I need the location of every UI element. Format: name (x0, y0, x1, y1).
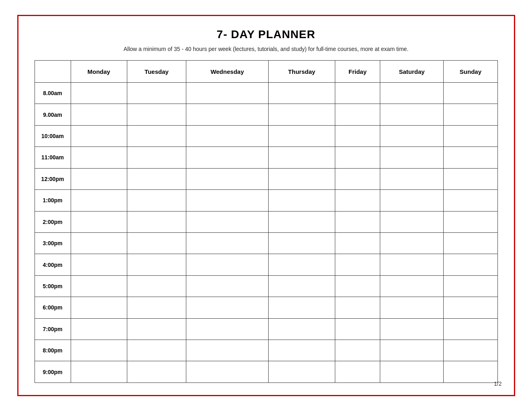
day-cell[interactable] (335, 318, 380, 340)
day-cell[interactable] (335, 340, 380, 361)
table-row: 6:00pm (35, 297, 497, 318)
day-cell[interactable] (268, 275, 335, 297)
day-cell[interactable] (380, 190, 443, 211)
day-cell[interactable] (444, 168, 497, 189)
day-cell[interactable] (71, 147, 127, 168)
day-cell[interactable] (335, 211, 380, 232)
day-cell[interactable] (186, 318, 268, 340)
day-cell[interactable] (71, 104, 127, 125)
day-cell[interactable] (335, 275, 380, 297)
day-cell[interactable] (268, 232, 335, 254)
day-cell[interactable] (127, 211, 186, 232)
day-cell[interactable] (71, 211, 127, 232)
day-cell[interactable] (380, 147, 443, 168)
day-cell[interactable] (71, 340, 127, 361)
day-cell[interactable] (127, 104, 186, 125)
day-cell[interactable] (380, 275, 443, 297)
day-cell[interactable] (268, 361, 335, 383)
day-cell[interactable] (127, 147, 186, 168)
day-cell[interactable] (186, 147, 268, 168)
day-cell[interactable] (127, 83, 186, 104)
day-cell[interactable] (268, 297, 335, 318)
day-cell[interactable] (186, 232, 268, 254)
day-cell[interactable] (186, 254, 268, 275)
day-cell[interactable] (71, 275, 127, 297)
day-cell[interactable] (380, 361, 443, 383)
day-cell[interactable] (335, 190, 380, 211)
day-cell[interactable] (444, 340, 497, 361)
day-cell[interactable] (380, 254, 443, 275)
day-cell[interactable] (71, 297, 127, 318)
day-cell[interactable] (127, 254, 186, 275)
day-cell[interactable] (127, 232, 186, 254)
day-cell[interactable] (268, 190, 335, 211)
day-cell[interactable] (186, 340, 268, 361)
day-cell[interactable] (127, 190, 186, 211)
day-cell[interactable] (127, 340, 186, 361)
day-cell[interactable] (268, 254, 335, 275)
day-cell[interactable] (186, 83, 268, 104)
day-cell[interactable] (444, 125, 497, 146)
day-cell[interactable] (380, 297, 443, 318)
day-cell[interactable] (268, 168, 335, 189)
day-cell[interactable] (380, 318, 443, 340)
day-cell[interactable] (335, 83, 380, 104)
day-cell[interactable] (444, 104, 497, 125)
day-cell[interactable] (71, 318, 127, 340)
day-cell[interactable] (444, 190, 497, 211)
day-cell[interactable] (127, 361, 186, 383)
day-cell[interactable] (71, 232, 127, 254)
day-cell[interactable] (127, 318, 186, 340)
day-cell[interactable] (186, 275, 268, 297)
day-cell[interactable] (444, 211, 497, 232)
day-cell[interactable] (335, 168, 380, 189)
day-cell[interactable] (335, 125, 380, 146)
day-cell[interactable] (380, 211, 443, 232)
day-cell[interactable] (186, 361, 268, 383)
day-cell[interactable] (186, 297, 268, 318)
day-cell[interactable] (380, 340, 443, 361)
day-cell[interactable] (335, 297, 380, 318)
header-time (35, 61, 71, 83)
day-cell[interactable] (335, 361, 380, 383)
day-cell[interactable] (444, 232, 497, 254)
day-cell[interactable] (127, 125, 186, 146)
day-cell[interactable] (186, 104, 268, 125)
day-cell[interactable] (127, 297, 186, 318)
day-cell[interactable] (444, 297, 497, 318)
day-cell[interactable] (71, 190, 127, 211)
day-cell[interactable] (444, 147, 497, 168)
day-cell[interactable] (71, 361, 127, 383)
day-cell[interactable] (380, 232, 443, 254)
day-cell[interactable] (335, 147, 380, 168)
day-cell[interactable] (71, 168, 127, 189)
day-cell[interactable] (380, 168, 443, 189)
day-cell[interactable] (268, 211, 335, 232)
day-cell[interactable] (444, 361, 497, 383)
day-cell[interactable] (335, 254, 380, 275)
day-cell[interactable] (186, 211, 268, 232)
day-cell[interactable] (444, 83, 497, 104)
day-cell[interactable] (268, 318, 335, 340)
day-cell[interactable] (380, 83, 443, 104)
day-cell[interactable] (71, 125, 127, 146)
day-cell[interactable] (186, 190, 268, 211)
day-cell[interactable] (268, 104, 335, 125)
day-cell[interactable] (268, 125, 335, 146)
day-cell[interactable] (186, 125, 268, 146)
day-cell[interactable] (268, 83, 335, 104)
day-cell[interactable] (268, 340, 335, 361)
day-cell[interactable] (71, 83, 127, 104)
day-cell[interactable] (335, 104, 380, 125)
day-cell[interactable] (444, 254, 497, 275)
day-cell[interactable] (127, 275, 186, 297)
day-cell[interactable] (268, 147, 335, 168)
day-cell[interactable] (380, 104, 443, 125)
day-cell[interactable] (380, 125, 443, 146)
day-cell[interactable] (444, 318, 497, 340)
day-cell[interactable] (186, 168, 268, 189)
day-cell[interactable] (127, 168, 186, 189)
day-cell[interactable] (444, 275, 497, 297)
day-cell[interactable] (71, 254, 127, 275)
day-cell[interactable] (335, 232, 380, 254)
